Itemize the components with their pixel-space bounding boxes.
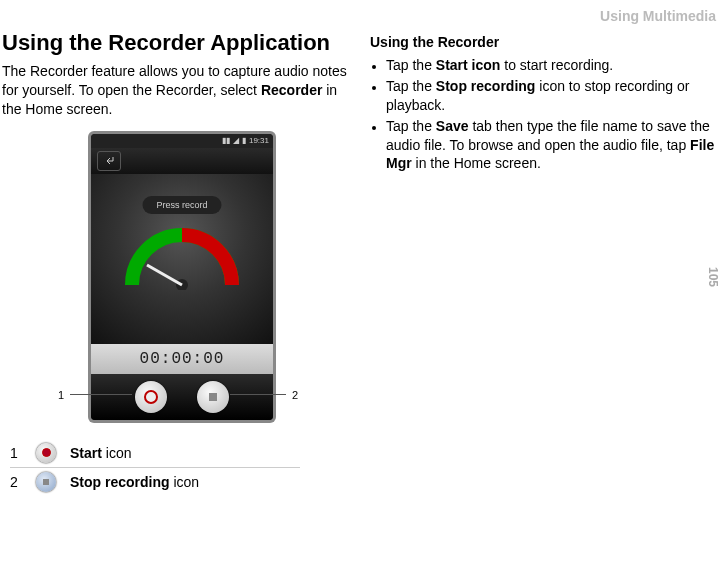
back-arrow-icon	[103, 155, 115, 167]
gauge-icon	[122, 220, 242, 290]
list-item: Tap the Start icon to start recording.	[386, 56, 716, 75]
callout-1-line	[70, 394, 132, 395]
time-display: 00:00:00	[91, 344, 273, 374]
start-button[interactable]	[135, 381, 167, 413]
right-column: Using the Recorder Tap the Start icon to…	[370, 30, 716, 496]
button-row	[91, 374, 273, 420]
legend-1-text: Start icon	[70, 445, 131, 461]
section-header: Using Multimedia	[600, 8, 716, 24]
signal-icon: ▮▮	[222, 137, 230, 145]
battery-icon: ▮	[242, 137, 246, 145]
legend-start-icon	[36, 443, 56, 463]
stop-icon	[209, 393, 217, 401]
intro-text-bold: Recorder	[261, 82, 322, 98]
callout-2-label: 2	[292, 389, 298, 401]
wifi-icon: ◢	[233, 137, 239, 145]
record-icon	[42, 448, 51, 457]
recorder-body: Press record	[91, 174, 273, 344]
legend-2-num: 2	[10, 474, 22, 490]
callout-1-label: 1	[58, 389, 64, 401]
page-title: Using the Recorder Application	[2, 30, 348, 56]
status-bar: ▮▮ ◢ ▮ 19:31	[91, 134, 273, 148]
legend-table: 1 Start icon 2 Stop recording icon	[10, 443, 348, 492]
legend-row-1: 1 Start icon	[10, 443, 348, 463]
stop-icon	[43, 479, 49, 485]
callout-2-line	[230, 394, 286, 395]
legend-row-2: 2 Stop recording icon	[10, 472, 348, 492]
left-column: Using the Recorder Application The Recor…	[2, 30, 348, 496]
intro-paragraph: The Recorder feature allows you to captu…	[2, 62, 348, 119]
app-top-bar	[91, 148, 273, 174]
legend-2-text: Stop recording icon	[70, 474, 199, 490]
back-button[interactable]	[97, 151, 121, 171]
legend-stop-icon	[36, 472, 56, 492]
list-item: Tap the Save tab then type the file name…	[386, 117, 716, 174]
list-item: Tap the Stop recording icon to stop reco…	[386, 77, 716, 115]
record-icon	[144, 390, 158, 404]
svg-line-1	[147, 265, 182, 285]
instruction-list: Tap the Start icon to start recording. T…	[370, 56, 716, 173]
recorder-screenshot: ▮▮ ◢ ▮ 19:31 Press record	[62, 131, 302, 423]
page-number: 105	[706, 266, 720, 286]
stop-button[interactable]	[197, 381, 229, 413]
legend-1-num: 1	[10, 445, 22, 461]
press-record-label: Press record	[142, 196, 221, 214]
subheading: Using the Recorder	[370, 34, 716, 50]
status-time: 19:31	[249, 137, 269, 145]
